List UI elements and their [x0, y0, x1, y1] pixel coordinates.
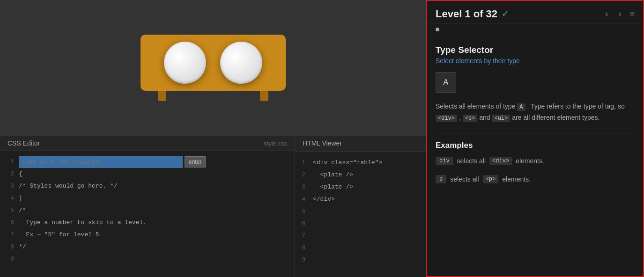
css-editor-content: 12345 6789 enter { /* Styles would go he…: [0, 151, 295, 277]
level-title-group: Level 1 of 32 ✓: [436, 7, 508, 20]
type-display-box: A: [436, 72, 456, 93]
level-title: Level 1 of 32: [436, 8, 497, 20]
table-top: [141, 35, 286, 91]
code-line-8: Ex → "5" for level 5: [19, 229, 295, 241]
example-1-text: selects all: [457, 157, 486, 165]
css-code-area: enter { /* Styles would go here. */ } /*…: [19, 151, 295, 277]
selector-subtitle-text: Select elements by their type: [436, 57, 520, 65]
example-row-2: p selects all <p> elements.: [436, 175, 635, 183]
example-2-text: selects all: [450, 175, 479, 183]
level-nav: ‹ › ≡: [603, 8, 635, 20]
progress-dot-1: [436, 28, 439, 31]
desc-post: are all different element types.: [512, 114, 600, 121]
panel-body: Type Selector Select elements by their t…: [427, 37, 643, 276]
desc-mid: . Type refers to the type of tag, so: [527, 102, 624, 110]
css-selector-input[interactable]: [19, 156, 183, 168]
left-section: CSS Editor style.css 12345 6789 enter { …: [0, 0, 426, 277]
example-1-code: <div>: [489, 157, 512, 165]
html-line-numbers: 12345 6789: [295, 152, 309, 277]
example-2-code: <p>: [483, 175, 499, 183]
desc-pre: Selects all elements of type: [436, 102, 515, 110]
desc-comma: ,: [459, 114, 463, 121]
plate-2: [220, 42, 262, 84]
css-editor-title: CSS Editor: [7, 139, 40, 147]
desc-and: and: [479, 114, 492, 121]
progress-dots: [427, 23, 643, 37]
html-viewer-title: HTML Viewer: [303, 139, 342, 147]
css-line-numbers: 12345 6789: [0, 151, 19, 277]
css-editor-header: CSS Editor style.css: [0, 136, 295, 151]
examples-title: Examples: [436, 141, 635, 150]
type-display-letter: A: [444, 78, 449, 87]
html-line-3: <plate />: [313, 181, 422, 193]
example-2-selector: p: [436, 175, 446, 183]
html-line-2: <plate />: [313, 169, 422, 181]
code-line-2: {: [19, 168, 295, 180]
menu-button[interactable]: ≡: [629, 9, 635, 19]
example-1-selector: div: [436, 157, 453, 165]
table-legs: [158, 91, 268, 101]
description-text: Selects all elements of type A . Type re…: [436, 101, 635, 124]
code-line-6: /*: [19, 204, 295, 217]
selector-title: Type Selector: [436, 45, 635, 55]
css-editor-filename: style.css: [264, 140, 287, 147]
code-line-9: */: [19, 241, 295, 253]
next-level-button[interactable]: ›: [616, 8, 623, 20]
example-1-suffix: elements.: [516, 157, 544, 165]
desc-code-div: <div>: [436, 115, 457, 122]
right-panel: Level 1 of 32 ✓ ‹ › ≡ Type Selector Sele…: [426, 0, 644, 277]
html-viewer-content: 12345 6789 <div class="table"> <plate />…: [295, 152, 426, 277]
example-row-1: div selects all <div> elements.: [436, 157, 635, 165]
desc-code-p: <p>: [463, 115, 478, 122]
html-code-block: <div class="table"> <plate /> <plate /> …: [309, 152, 426, 277]
html-viewer-header: HTML Viewer: [295, 136, 426, 152]
table-leg-left: [158, 91, 166, 101]
html-viewer: HTML Viewer 12345 6789 <div class="table…: [295, 136, 426, 277]
prev-level-button[interactable]: ‹: [603, 8, 610, 20]
desc-code-a: A: [517, 103, 525, 111]
section-separator: [436, 133, 635, 133]
level-header: Level 1 of 32 ✓ ‹ › ≡: [427, 1, 643, 23]
css-editor: CSS Editor style.css 12345 6789 enter { …: [0, 136, 295, 277]
code-line-4: }: [19, 192, 295, 204]
enter-button[interactable]: enter: [185, 156, 206, 168]
example-2-suffix: elements.: [502, 175, 531, 183]
example-separator: [436, 171, 635, 171]
css-input-line: enter: [19, 156, 295, 168]
visual-area: [0, 0, 426, 136]
plate-1: [164, 42, 206, 84]
html-line-4: </div>: [313, 193, 422, 205]
selector-subtitle: Select elements by their type: [436, 57, 635, 65]
desc-code-ul: <ul>: [492, 115, 510, 122]
table-leg-right: [260, 91, 268, 101]
code-line-7: Type a number to skip to a level.: [19, 217, 295, 229]
code-line-3: /* Styles would go here. */: [19, 180, 295, 192]
table-scene: [141, 35, 286, 101]
editor-area: CSS Editor style.css 12345 6789 enter { …: [0, 136, 426, 277]
level-check-icon: ✓: [502, 7, 508, 20]
html-line-1: <div class="table">: [313, 157, 422, 169]
